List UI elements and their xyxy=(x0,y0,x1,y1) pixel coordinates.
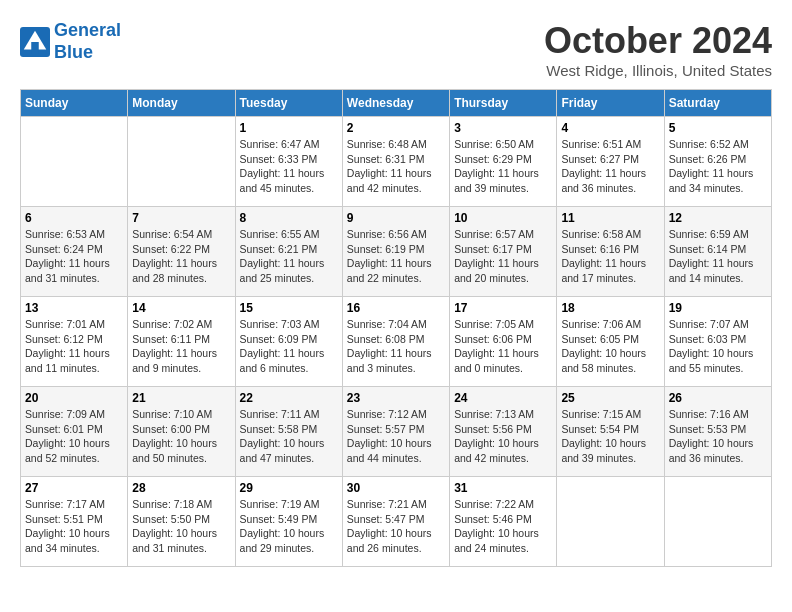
day-info: Sunrise: 7:22 AM Sunset: 5:46 PM Dayligh… xyxy=(454,497,552,556)
calendar-day-cell xyxy=(21,117,128,207)
calendar-day-cell xyxy=(557,477,664,567)
day-info: Sunrise: 7:06 AM Sunset: 6:05 PM Dayligh… xyxy=(561,317,659,376)
calendar-day-cell: 4Sunrise: 6:51 AM Sunset: 6:27 PM Daylig… xyxy=(557,117,664,207)
day-info: Sunrise: 6:50 AM Sunset: 6:29 PM Dayligh… xyxy=(454,137,552,196)
day-number: 28 xyxy=(132,481,230,495)
day-number: 27 xyxy=(25,481,123,495)
weekday-header-cell: Thursday xyxy=(450,90,557,117)
day-info: Sunrise: 7:03 AM Sunset: 6:09 PM Dayligh… xyxy=(240,317,338,376)
day-info: Sunrise: 6:47 AM Sunset: 6:33 PM Dayligh… xyxy=(240,137,338,196)
day-number: 29 xyxy=(240,481,338,495)
month-title: October 2024 xyxy=(544,20,772,62)
day-number: 16 xyxy=(347,301,445,315)
calendar-day-cell: 27Sunrise: 7:17 AM Sunset: 5:51 PM Dayli… xyxy=(21,477,128,567)
day-number: 11 xyxy=(561,211,659,225)
calendar-day-cell: 16Sunrise: 7:04 AM Sunset: 6:08 PM Dayli… xyxy=(342,297,449,387)
day-number: 18 xyxy=(561,301,659,315)
day-info: Sunrise: 7:18 AM Sunset: 5:50 PM Dayligh… xyxy=(132,497,230,556)
calendar-day-cell: 21Sunrise: 7:10 AM Sunset: 6:00 PM Dayli… xyxy=(128,387,235,477)
day-number: 9 xyxy=(347,211,445,225)
calendar-day-cell: 2Sunrise: 6:48 AM Sunset: 6:31 PM Daylig… xyxy=(342,117,449,207)
weekday-header-cell: Wednesday xyxy=(342,90,449,117)
calendar-day-cell: 19Sunrise: 7:07 AM Sunset: 6:03 PM Dayli… xyxy=(664,297,771,387)
calendar-week-row: 27Sunrise: 7:17 AM Sunset: 5:51 PM Dayli… xyxy=(21,477,772,567)
calendar-day-cell: 29Sunrise: 7:19 AM Sunset: 5:49 PM Dayli… xyxy=(235,477,342,567)
day-number: 4 xyxy=(561,121,659,135)
day-number: 10 xyxy=(454,211,552,225)
day-info: Sunrise: 7:11 AM Sunset: 5:58 PM Dayligh… xyxy=(240,407,338,466)
weekday-header-cell: Sunday xyxy=(21,90,128,117)
day-info: Sunrise: 6:51 AM Sunset: 6:27 PM Dayligh… xyxy=(561,137,659,196)
calendar-day-cell: 20Sunrise: 7:09 AM Sunset: 6:01 PM Dayli… xyxy=(21,387,128,477)
calendar-day-cell: 26Sunrise: 7:16 AM Sunset: 5:53 PM Dayli… xyxy=(664,387,771,477)
weekday-header-row: SundayMondayTuesdayWednesdayThursdayFrid… xyxy=(21,90,772,117)
day-number: 20 xyxy=(25,391,123,405)
day-info: Sunrise: 7:07 AM Sunset: 6:03 PM Dayligh… xyxy=(669,317,767,376)
logo-line1: General xyxy=(54,20,121,40)
day-info: Sunrise: 6:57 AM Sunset: 6:17 PM Dayligh… xyxy=(454,227,552,286)
day-number: 15 xyxy=(240,301,338,315)
logo: General Blue xyxy=(20,20,121,63)
calendar-day-cell: 23Sunrise: 7:12 AM Sunset: 5:57 PM Dayli… xyxy=(342,387,449,477)
logo-line2: Blue xyxy=(54,42,93,62)
day-number: 5 xyxy=(669,121,767,135)
calendar-day-cell: 10Sunrise: 6:57 AM Sunset: 6:17 PM Dayli… xyxy=(450,207,557,297)
day-number: 7 xyxy=(132,211,230,225)
weekday-header-cell: Saturday xyxy=(664,90,771,117)
calendar-day-cell: 8Sunrise: 6:55 AM Sunset: 6:21 PM Daylig… xyxy=(235,207,342,297)
day-number: 26 xyxy=(669,391,767,405)
calendar-day-cell: 14Sunrise: 7:02 AM Sunset: 6:11 PM Dayli… xyxy=(128,297,235,387)
location: West Ridge, Illinois, United States xyxy=(544,62,772,79)
day-info: Sunrise: 7:13 AM Sunset: 5:56 PM Dayligh… xyxy=(454,407,552,466)
day-number: 24 xyxy=(454,391,552,405)
day-info: Sunrise: 7:19 AM Sunset: 5:49 PM Dayligh… xyxy=(240,497,338,556)
calendar-day-cell: 9Sunrise: 6:56 AM Sunset: 6:19 PM Daylig… xyxy=(342,207,449,297)
title-block: October 2024 West Ridge, Illinois, Unite… xyxy=(544,20,772,79)
day-info: Sunrise: 6:54 AM Sunset: 6:22 PM Dayligh… xyxy=(132,227,230,286)
day-number: 25 xyxy=(561,391,659,405)
calendar-day-cell xyxy=(128,117,235,207)
calendar-day-cell: 15Sunrise: 7:03 AM Sunset: 6:09 PM Dayli… xyxy=(235,297,342,387)
day-info: Sunrise: 7:05 AM Sunset: 6:06 PM Dayligh… xyxy=(454,317,552,376)
calendar-week-row: 13Sunrise: 7:01 AM Sunset: 6:12 PM Dayli… xyxy=(21,297,772,387)
calendar-day-cell: 1Sunrise: 6:47 AM Sunset: 6:33 PM Daylig… xyxy=(235,117,342,207)
calendar-day-cell: 11Sunrise: 6:58 AM Sunset: 6:16 PM Dayli… xyxy=(557,207,664,297)
weekday-header-cell: Tuesday xyxy=(235,90,342,117)
calendar-day-cell: 7Sunrise: 6:54 AM Sunset: 6:22 PM Daylig… xyxy=(128,207,235,297)
day-info: Sunrise: 7:10 AM Sunset: 6:00 PM Dayligh… xyxy=(132,407,230,466)
day-info: Sunrise: 7:21 AM Sunset: 5:47 PM Dayligh… xyxy=(347,497,445,556)
calendar-day-cell: 31Sunrise: 7:22 AM Sunset: 5:46 PM Dayli… xyxy=(450,477,557,567)
calendar-day-cell: 28Sunrise: 7:18 AM Sunset: 5:50 PM Dayli… xyxy=(128,477,235,567)
day-number: 13 xyxy=(25,301,123,315)
calendar-week-row: 20Sunrise: 7:09 AM Sunset: 6:01 PM Dayli… xyxy=(21,387,772,477)
day-number: 3 xyxy=(454,121,552,135)
calendar-week-row: 6Sunrise: 6:53 AM Sunset: 6:24 PM Daylig… xyxy=(21,207,772,297)
day-info: Sunrise: 6:48 AM Sunset: 6:31 PM Dayligh… xyxy=(347,137,445,196)
day-info: Sunrise: 7:02 AM Sunset: 6:11 PM Dayligh… xyxy=(132,317,230,376)
day-info: Sunrise: 6:56 AM Sunset: 6:19 PM Dayligh… xyxy=(347,227,445,286)
day-info: Sunrise: 6:55 AM Sunset: 6:21 PM Dayligh… xyxy=(240,227,338,286)
calendar-table: SundayMondayTuesdayWednesdayThursdayFrid… xyxy=(20,89,772,567)
day-info: Sunrise: 6:52 AM Sunset: 6:26 PM Dayligh… xyxy=(669,137,767,196)
day-info: Sunrise: 7:15 AM Sunset: 5:54 PM Dayligh… xyxy=(561,407,659,466)
day-number: 8 xyxy=(240,211,338,225)
day-number: 2 xyxy=(347,121,445,135)
day-number: 31 xyxy=(454,481,552,495)
day-number: 12 xyxy=(669,211,767,225)
calendar-day-cell: 22Sunrise: 7:11 AM Sunset: 5:58 PM Dayli… xyxy=(235,387,342,477)
logo-icon xyxy=(20,27,50,57)
calendar-day-cell: 13Sunrise: 7:01 AM Sunset: 6:12 PM Dayli… xyxy=(21,297,128,387)
day-number: 6 xyxy=(25,211,123,225)
day-info: Sunrise: 7:09 AM Sunset: 6:01 PM Dayligh… xyxy=(25,407,123,466)
calendar-day-cell: 5Sunrise: 6:52 AM Sunset: 6:26 PM Daylig… xyxy=(664,117,771,207)
page-header: General Blue October 2024 West Ridge, Il… xyxy=(20,20,772,79)
calendar-week-row: 1Sunrise: 6:47 AM Sunset: 6:33 PM Daylig… xyxy=(21,117,772,207)
day-number: 23 xyxy=(347,391,445,405)
weekday-header-cell: Monday xyxy=(128,90,235,117)
day-info: Sunrise: 6:53 AM Sunset: 6:24 PM Dayligh… xyxy=(25,227,123,286)
svg-rect-2 xyxy=(31,42,39,53)
calendar-day-cell: 12Sunrise: 6:59 AM Sunset: 6:14 PM Dayli… xyxy=(664,207,771,297)
day-info: Sunrise: 7:12 AM Sunset: 5:57 PM Dayligh… xyxy=(347,407,445,466)
day-number: 21 xyxy=(132,391,230,405)
day-info: Sunrise: 7:17 AM Sunset: 5:51 PM Dayligh… xyxy=(25,497,123,556)
